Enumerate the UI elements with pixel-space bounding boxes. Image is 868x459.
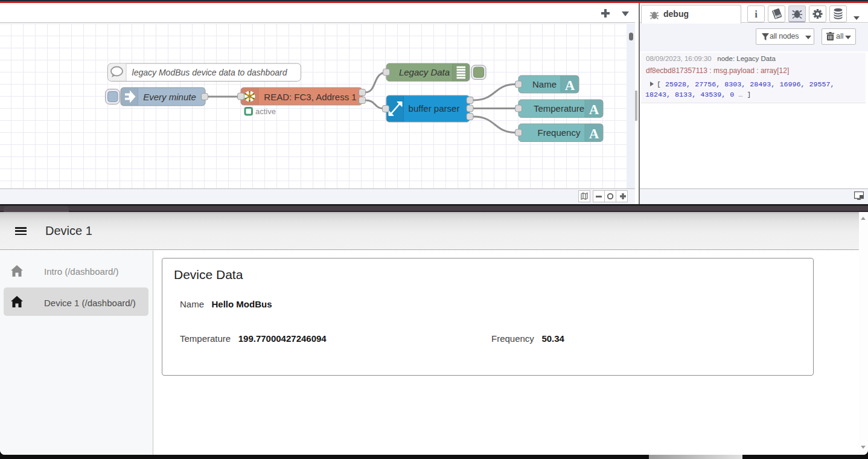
svg-text:buffer parser: buffer parser — [409, 103, 460, 114]
svg-text:A: A — [565, 78, 575, 93]
svg-text:READ: FC3, Address 1: READ: FC3, Address 1 — [264, 92, 356, 102]
svg-text:i: i — [755, 8, 758, 20]
svg-text:A: A — [589, 102, 599, 117]
svg-text:Temperature: Temperature — [534, 103, 584, 114]
svg-text:Legacy Data: Legacy Data — [399, 67, 450, 77]
svg-text:active: active — [255, 107, 276, 116]
svg-text:Every minute: Every minute — [143, 92, 196, 102]
svg-text:Name: Name — [532, 79, 557, 89]
svg-text:legacy ModBus device data to d: legacy ModBus device data to dashboard — [132, 68, 288, 77]
svg-text:Frequency: Frequency — [538, 127, 581, 138]
svg-text:A: A — [589, 126, 599, 141]
